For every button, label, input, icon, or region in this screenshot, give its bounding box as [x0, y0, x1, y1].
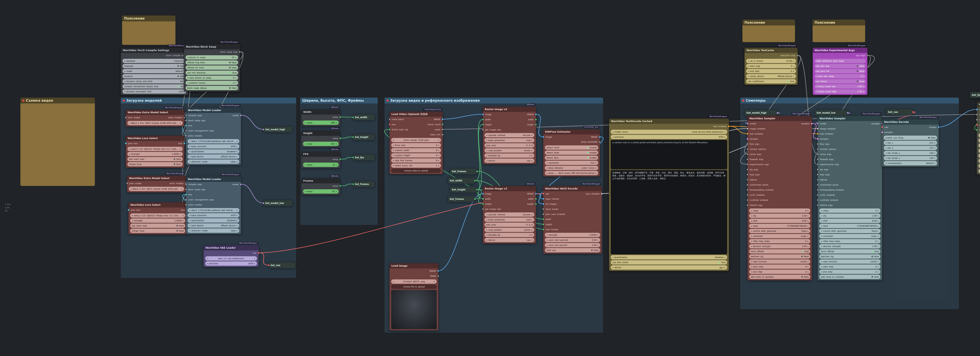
node-get_model_high-title[interactable]: Get_model_high: [745, 110, 778, 116]
input-port-image_embeds[interactable]: [817, 128, 819, 130]
increment-arrow-icon[interactable]: ▶: [793, 70, 794, 72]
decrement-arrow-icon[interactable]: ◀: [187, 57, 188, 59]
decrement-arrow-icon[interactable]: ◀: [187, 77, 188, 79]
video_combine-widget-pix_fmt[interactable]: ◀pix_fmtyuv420p▶: [978, 148, 980, 153]
decrement-arrow-icon[interactable]: ◀: [132, 215, 133, 216]
increment-arrow-icon[interactable]: ▶: [531, 155, 533, 157]
increment-arrow-icon[interactable]: ▶: [808, 225, 809, 227]
node-set_frames-title[interactable]: Set_frames: [353, 181, 375, 187]
increment-arrow-icon[interactable]: ▶: [438, 154, 439, 156]
node-get_vae_s[interactable]: Get_vae: [886, 109, 913, 115]
output-port-exp_args[interactable]: [866, 54, 868, 56]
increment-arrow-icon[interactable]: ▶: [878, 235, 879, 237]
decrement-arrow-icon[interactable]: ◀: [486, 150, 487, 151]
node-load_image-title[interactable]: Load Image: [390, 263, 438, 269]
width_const-widget-value[interactable]: ◀value480▶: [303, 121, 339, 125]
vace_encode-widget-tiled_vae[interactable]: tiled_vaefalse: [545, 248, 600, 252]
sampler_high-widget-steps[interactable]: ◀steps4▶: [749, 208, 810, 213]
increment-arrow-icon[interactable]: ▶: [863, 91, 864, 92]
node-extra_low-title[interactable]: WanVideo Extra Model Select: [127, 176, 186, 181]
decrement-arrow-icon[interactable]: ◀: [751, 235, 752, 237]
exp_args-widget-zero_star_steps[interactable]: ◀zero_star_steps0▶: [815, 74, 866, 78]
load_image-widget-value[interactable]: ◀ComfyUI_00074_.png▶: [391, 280, 437, 284]
resize_video-widget-keep_proportion[interactable]: ◀keep_proportioncrop▶: [485, 138, 534, 143]
increment-arrow-icon[interactable]: ▶: [254, 257, 255, 259]
node-frames_const[interactable]: KJNodesFramesvalue◀value81▶: [301, 178, 340, 195]
increment-arrow-icon[interactable]: ▶: [724, 131, 725, 133]
sampler_high-widget-batched_cfg[interactable]: batched_cfgfalse: [749, 254, 810, 259]
increment-arrow-icon[interactable]: ▶: [595, 162, 597, 164]
input-port-unianimate_poses[interactable]: [746, 184, 749, 186]
increment-arrow-icon[interactable]: ▶: [237, 225, 238, 226]
decrement-arrow-icon[interactable]: ◀: [189, 161, 190, 163]
output-port-get_vae_s[interactable]: [912, 111, 914, 113]
output-port-width[interactable]: [535, 198, 537, 200]
node-load_video[interactable]: VideoHelperSuiteLoad Video (Upload) ⓋⒽⓈm…: [390, 111, 443, 174]
node-set_frames[interactable]: Set_frames: [353, 181, 375, 187]
sampler_low-widget-add_noise_to_samples[interactable]: add_noise_to_samplesfalse: [819, 275, 880, 279]
decrement-arrow-icon[interactable]: ◀: [393, 149, 394, 151]
increment-arrow-icon[interactable]: ▶: [878, 271, 879, 273]
fps_const-widget-value[interactable]: ◀value16▶: [303, 163, 339, 167]
load_video-widget-select_every_nth[interactable]: ◀select_every_nth1▶: [391, 164, 441, 168]
sampler_high-widget-force_offload[interactable]: force_offloadtrue: [749, 249, 810, 254]
lora_low-widget-merge_loras[interactable]: merge_lorasfalse: [130, 229, 185, 233]
node-lora_low[interactable]: WanVideo Lora Selectprev_loralora◀wan2.2…: [128, 202, 187, 234]
block_swap-widget-block_swap_debug[interactable]: block_swap_debugfalse: [186, 86, 238, 90]
vace_encode-widget-vace_start_percent[interactable]: ◀vace_start_percent0.00▶: [545, 238, 600, 242]
video_combine-widget-format[interactable]: ◀formatvideo/h264-mp4▶: [978, 143, 980, 148]
node-text_encode[interactable]: WanVideoWrapperWanVideo TextEncode Cache…: [609, 119, 729, 271]
input-port-image[interactable]: [482, 113, 484, 115]
input-port-flowedit_args[interactable]: [817, 158, 819, 160]
increment-arrow-icon[interactable]: ▶: [863, 86, 864, 87]
input-port-extra_models[interactable]: [185, 135, 187, 137]
output-port-teacache_args[interactable]: [797, 54, 799, 56]
exp_args-widget-video_attention_split_steps[interactable]: video_attention_split_steps: [815, 59, 866, 63]
increment-arrow-icon[interactable]: ▶: [237, 161, 238, 163]
decrement-arrow-icon[interactable]: ◀: [132, 220, 133, 222]
decrement-arrow-icon[interactable]: ◀: [748, 65, 749, 67]
node-width_const-title[interactable]: Width: [301, 110, 340, 114]
input-port-samples[interactable]: [881, 131, 883, 133]
node-resize_video-title[interactable]: Resize Image v2: [483, 107, 536, 112]
node-get_frames_a[interactable]: Get_frames: [450, 168, 477, 174]
input-port-sigmas[interactable]: [817, 179, 819, 181]
increment-arrow-icon[interactable]: ▶: [878, 266, 879, 268]
sampler_high-widget-denoise_strength[interactable]: ◀denoise_strength1.00▶: [749, 244, 810, 248]
group-dims-header[interactable]: Ширина, Высота, ФПС, Фреймы: [300, 98, 378, 103]
decrement-arrow-icon[interactable]: ◀: [821, 240, 822, 242]
input-port-height[interactable]: [482, 124, 484, 126]
input-port-fantasytalking_embeds[interactable]: [817, 189, 819, 191]
decrement-arrow-icon[interactable]: ◀: [821, 210, 822, 211]
lora_low-widget-strength[interactable]: ◀strength1.0000▶: [130, 218, 185, 223]
sampler_low-widget-seed[interactable]: ◀seed172546366748190▶: [819, 224, 880, 228]
input-port-lora[interactable]: [185, 125, 187, 127]
node-ml_high[interactable]: WanVideoWrapperWanVideo Model Loadercomp…: [186, 108, 241, 165]
node-teacache[interactable]: WanVideoWrapperWanVideo TeaCacheteacache…: [745, 48, 798, 85]
decrement-arrow-icon[interactable]: ◀: [751, 245, 752, 247]
exp_args-widget-use_fresca[interactable]: use_frescafalse: [815, 79, 866, 83]
node-exp_args-title[interactable]: WanVideo Experimental Args: [813, 48, 867, 53]
input-port-vram_management_args[interactable]: [185, 130, 187, 132]
input-port-loop_args[interactable]: [746, 173, 749, 176]
decrement-arrow-icon[interactable]: ◀: [305, 122, 306, 124]
decrement-arrow-icon[interactable]: ◀: [751, 220, 752, 222]
video_combine-widget-loop_count[interactable]: ◀loop_count0▶: [978, 133, 980, 138]
input-port-num_frames[interactable]: [542, 229, 544, 230]
dwpose-widget-resolution[interactable]: ◀resolution512▶: [545, 161, 598, 165]
decrement-arrow-icon[interactable]: ◀: [612, 136, 614, 138]
input-port-input_frames[interactable]: [542, 198, 544, 200]
node-get_height_v[interactable]: Get_height: [450, 186, 477, 192]
output-port-value[interactable]: [339, 158, 341, 160]
decrement-arrow-icon[interactable]: ◀: [486, 219, 487, 221]
block_swap-widget-offload_img_emb[interactable]: offload_img_embfalse: [186, 60, 238, 65]
increment-arrow-icon[interactable]: ▶: [808, 230, 809, 232]
resize_video-widget-device[interactable]: ◀devicecpu▶: [485, 159, 534, 163]
output-port-value[interactable]: [339, 185, 341, 187]
torch_compile-widget-fullgraph[interactable]: fullgraphfalse: [123, 64, 186, 68]
input-port-cache_args[interactable]: [817, 153, 819, 155]
node-set_vae-title[interactable]: Set_vae: [269, 262, 295, 268]
decrement-arrow-icon[interactable]: ◀: [393, 281, 394, 283]
input-port-feta_args[interactable]: [817, 143, 819, 145]
decrement-arrow-icon[interactable]: ◀: [748, 60, 749, 62]
